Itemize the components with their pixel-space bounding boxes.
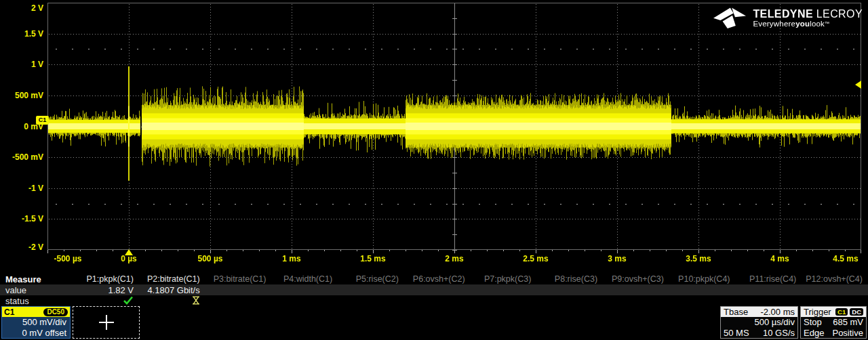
timebase-samples: 50 MS	[724, 328, 749, 339]
trigger-source-badge: C1	[835, 308, 848, 316]
brand-name: TELEDYNE LECROY	[753, 8, 863, 20]
timebase-scale: 500 µs/div	[754, 317, 795, 328]
x-axis-tick-label: 500 µs	[198, 254, 223, 263]
timebase-title: Tbase	[724, 307, 748, 317]
x-axis-tick-label: 0 µs	[121, 254, 137, 263]
x-axis-tick-label: 4.5 ms	[833, 254, 858, 263]
measure-value: 4.1807 Gbit/s	[98, 285, 200, 295]
y-axis-tick-label: 1 V	[0, 60, 43, 69]
timebase-sample-rate: 10 GS/s	[763, 328, 795, 339]
y-axis-tick-label: -1 V	[0, 184, 43, 193]
x-axis-tick-label: 2.5 ms	[523, 254, 548, 263]
y-axis-tick-label: -2 V	[0, 242, 43, 252]
channel-c1-descriptor-box[interactable]: C1 DC50 500 mV/div 0 mV offset	[1, 306, 71, 339]
trigger-mode: Stop	[804, 317, 822, 328]
measure-status-row-label: status	[5, 296, 29, 306]
add-trace-button[interactable]	[73, 306, 140, 339]
trigger-coupling-badge: DC	[850, 308, 863, 316]
trigger-time-arrow-icon[interactable]	[125, 249, 133, 255]
trigger-slope: Positive	[832, 328, 863, 339]
x-axis-tick-label: 1.5 ms	[360, 254, 385, 263]
plus-icon	[106, 315, 107, 330]
trigger-title: Trigger	[804, 307, 831, 317]
x-axis-tick-label: 1 ms	[282, 254, 300, 263]
measure-status-row: status	[0, 295, 868, 306]
coupling-badge: DC50	[43, 308, 68, 316]
trigger-descriptor-box[interactable]: Trigger C1 DC Stop 685 mV Edge Positive	[800, 306, 867, 339]
teledyne-logo-icon	[712, 7, 747, 28]
y-axis-tick-label: -500 mV	[0, 152, 43, 162]
teledyne-lecroy-logo: TELEDYNE LECROY Everywhereyoulook™	[712, 7, 863, 28]
x-axis-tick-label: 2 ms	[445, 254, 463, 263]
trigger-level: 685 mV	[833, 317, 863, 328]
x-axis-tick-label: 4 ms	[770, 254, 789, 263]
x-axis-tick-label: 3.5 ms	[686, 254, 711, 263]
measure-value-row: value 1.82 V4.1807 Gbit/s	[0, 284, 868, 295]
channel-offset: 0 mV offset	[2, 328, 66, 339]
measure-value-row-label: value	[5, 285, 26, 295]
trigger-level-arrow-icon[interactable]	[855, 81, 861, 89]
oscilloscope-screen: C1 2 V1.5 V1 V500 mV0 mV-500 mV-1 V-1.5 …	[0, 0, 868, 340]
brand-tagline: Everywhereyoulook™	[753, 20, 863, 28]
x-axis-tick-label: 3 ms	[608, 254, 626, 263]
measure-column-header[interactable]: P12:ovsh+(C4)	[761, 274, 863, 284]
trigger-type: Edge	[804, 328, 824, 339]
waveform-grid	[47, 3, 861, 255]
timebase-descriptor-box[interactable]: Tbase -2.00 ms 500 µs/div 50 MS 10 GS/s	[720, 306, 798, 339]
x-axis-tick-label: -500 µs	[54, 254, 82, 263]
measure-header-row: Measure P1:pkpk(C1)P2:bitrate(C1)P3:bitr…	[0, 274, 868, 284]
y-axis-tick-label: 2 V	[0, 3, 43, 13]
channel-name: C1	[4, 307, 14, 317]
y-axis-tick-label: -1.5 V	[0, 214, 43, 224]
y-axis-tick-label: 500 mV	[0, 91, 43, 100]
channel-zero-marker[interactable]: C1	[36, 116, 49, 125]
channel-scale: 500 mV/div	[2, 317, 66, 328]
timebase-delay: -2.00 ms	[760, 307, 795, 317]
y-axis-tick-label: 1.5 V	[0, 29, 43, 39]
